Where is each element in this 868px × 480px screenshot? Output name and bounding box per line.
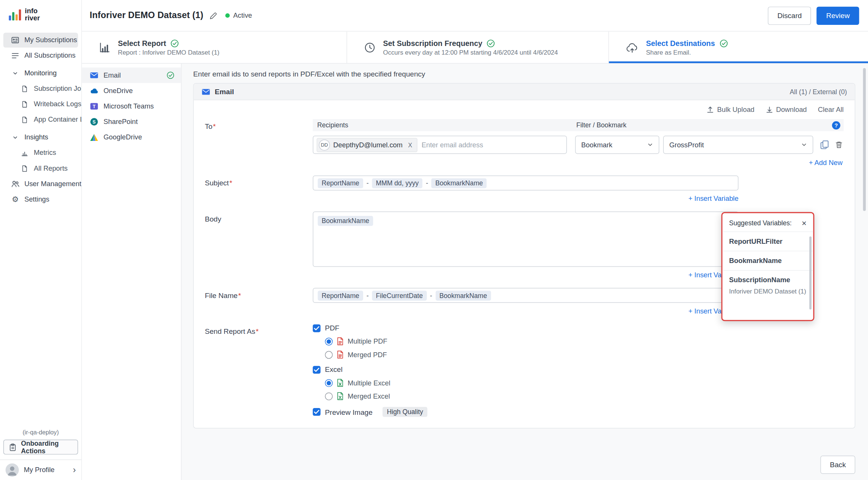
multiple-pdf-radio[interactable]: Multiple PDF: [325, 337, 844, 345]
destination-googledrive[interactable]: GoogleDrive: [82, 130, 181, 145]
pdf-checkbox[interactable]: PDF: [313, 324, 844, 332]
destination-sharepoint[interactable]: S SharePoint: [82, 114, 181, 130]
sidebar-footer: (ir-qa-deploy) Onboarding Actions My Pro…: [0, 429, 81, 480]
close-popup-icon[interactable]: ×: [802, 219, 807, 227]
remove-recipient-icon[interactable]: X: [408, 141, 412, 148]
body-input[interactable]: BookmarkName: [313, 211, 738, 267]
merged-pdf-radio[interactable]: Merged PDF: [325, 350, 844, 359]
bar-chart-icon: [20, 149, 29, 156]
recipients-table-header: Recipients Filter / Bookmark ?: [313, 119, 844, 131]
sidebar-item-user-management[interactable]: User Management: [3, 176, 78, 191]
download-button[interactable]: Download: [766, 106, 807, 114]
variable-chip[interactable]: BookmarkName: [436, 290, 491, 300]
recipient-avatar: DD: [319, 139, 330, 150]
document-icon: [20, 165, 29, 172]
excel-checkbox[interactable]: Excel: [313, 365, 844, 374]
svg-text:S: S: [93, 119, 96, 125]
sidebar-section-monitoring[interactable]: Monitoring: [3, 66, 78, 81]
teams-icon: T: [90, 102, 99, 111]
clear-all-button[interactable]: Clear All: [818, 106, 844, 114]
sidebar-item-my-subscriptions[interactable]: My Subscriptions: [3, 32, 78, 47]
pdf-file-icon: [336, 337, 344, 345]
variable-chip[interactable]: BookmarkName: [431, 178, 487, 188]
sidebar-item-all-reports[interactable]: All Reports: [3, 161, 78, 176]
onboarding-actions-button[interactable]: Onboarding Actions: [3, 440, 78, 455]
avatar: [6, 463, 19, 477]
merged-excel-radio[interactable]: Merged Excel: [325, 392, 844, 400]
sidebar-item-writeback-logs[interactable]: Writeback Logs: [3, 96, 78, 112]
subject-label: Subject*: [205, 176, 313, 203]
sidebar-item-settings[interactable]: ⚙ Settings: [3, 192, 78, 207]
my-profile-button[interactable]: My Profile ›: [0, 460, 81, 480]
sidebar-item-metrics[interactable]: Metrics: [3, 145, 78, 161]
status-dot-icon: [226, 13, 230, 18]
cloud-upload-icon: [625, 41, 639, 53]
destination-email[interactable]: Email: [82, 67, 181, 83]
destination-microsoft-teams[interactable]: T Microsoft Teams: [82, 99, 181, 114]
document-icon: [20, 116, 29, 123]
edit-title-icon[interactable]: [209, 11, 218, 20]
main-area: Inforiver DEMO Dataset (1) Active Discar…: [82, 0, 868, 480]
multiple-excel-radio[interactable]: Multiple Excel: [325, 379, 844, 387]
insert-variable-subject-link[interactable]: + Insert Variable: [688, 195, 738, 203]
popup-scrollbar[interactable]: [809, 236, 811, 309]
excel-file-icon: [336, 379, 344, 387]
help-icon[interactable]: ?: [832, 121, 840, 129]
chevron-right-icon: ›: [73, 466, 76, 475]
list-icon: [11, 51, 19, 60]
recipient-chip[interactable]: DD DeepthyD@lumel.com X: [316, 138, 417, 152]
logo-text: info river: [25, 8, 40, 22]
download-icon: [766, 106, 773, 114]
step-subscription-frequency[interactable]: Set Subscription Frequency Occurs every …: [347, 32, 609, 63]
clock-icon: [364, 41, 376, 53]
email-address-input[interactable]: [422, 141, 563, 149]
sharepoint-icon: S: [90, 118, 99, 127]
back-button[interactable]: Back: [821, 456, 855, 474]
destination-onedrive[interactable]: OneDrive: [82, 83, 181, 98]
step-complete-icon: [487, 39, 495, 47]
sidebar-item-app-container-logs[interactable]: App Container Logs: [3, 112, 78, 127]
filter-type-select[interactable]: Bookmark: [575, 136, 659, 154]
sidebar-item-all-subscriptions[interactable]: All Subscriptions: [3, 48, 78, 63]
step-select-destinations[interactable]: Select Destinations Share as Email.: [609, 32, 868, 63]
subject-field-row: Subject* ReportName - MMM dd, yyyy - Boo…: [205, 176, 844, 203]
file-name-input[interactable]: ReportName - FileCurrentDate - BookmarkN…: [313, 288, 738, 303]
variable-option-subscriptionname[interactable]: SubscriptionName Inforiver DEMO Dataset …: [723, 270, 813, 300]
status-indicator: Active: [226, 12, 252, 20]
variable-chip[interactable]: MMM dd, yyyy: [372, 178, 422, 188]
scrollbar[interactable]: [863, 68, 866, 211]
variable-chip[interactable]: FileCurrentDate: [372, 290, 426, 300]
add-new-link[interactable]: + Add New: [809, 159, 842, 167]
sidebar-item-subscription-jobs[interactable]: Subscription Jobs: [3, 81, 78, 96]
variable-chip[interactable]: ReportName: [318, 178, 363, 188]
subject-input[interactable]: ReportName - MMM dd, yyyy - BookmarkName: [313, 176, 738, 191]
bulk-upload-button[interactable]: Bulk Upload: [707, 106, 755, 114]
quality-badge: High Quality: [382, 407, 428, 417]
chevron-down-icon: [647, 142, 653, 148]
app-root: info river My Subscriptions All Subscrip…: [0, 0, 868, 480]
bookmark-value-select[interactable]: GrossProfit: [663, 136, 813, 154]
delete-row-icon[interactable]: [835, 141, 843, 149]
people-icon: [11, 180, 19, 188]
email-icon: [202, 87, 211, 96]
content-area: Email OneDrive T Microsoft Teams: [82, 64, 868, 480]
discard-button[interactable]: Discard: [768, 6, 811, 24]
to-label: To*: [205, 119, 313, 167]
variable-chip[interactable]: ReportName: [318, 290, 363, 300]
preview-image-checkbox[interactable]: Preview Image High Quality: [313, 407, 844, 417]
file-name-label: File Name*: [205, 288, 313, 315]
variable-chip[interactable]: BookmarkName: [318, 216, 373, 226]
variable-option-reporturlfilter[interactable]: ReportURLFilter: [723, 231, 813, 251]
excel-file-icon: [336, 392, 344, 400]
recipient-counts: All (1) / External (0): [790, 88, 847, 96]
document-icon: [20, 85, 29, 92]
recipients-field[interactable]: DD DeepthyD@lumel.com X: [313, 136, 567, 154]
checkbox-checked-icon: [313, 408, 321, 416]
sidebar-section-insights[interactable]: Insights: [3, 130, 78, 145]
copy-row-icon[interactable]: [820, 140, 829, 150]
step-select-report[interactable]: Select Report Report : Inforiver DEMO Da…: [82, 32, 347, 63]
google-drive-icon: [90, 133, 99, 141]
variable-option-bookmarkname[interactable]: BookmarkName: [723, 251, 813, 270]
svg-text:T: T: [93, 104, 96, 109]
review-button[interactable]: Review: [817, 6, 859, 24]
